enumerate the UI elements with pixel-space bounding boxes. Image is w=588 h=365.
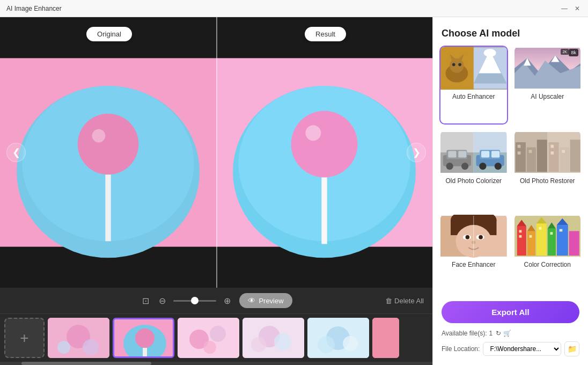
delete-all-button[interactable]: 🗑 Delete All [385,297,424,305]
model-grid: Auto Enhancer [433,46,588,293]
thumbnail-4[interactable] [242,318,304,358]
image-display: ❮ [0,17,432,288]
available-files-count: 1 [489,330,493,337]
image-half-original [0,17,216,288]
folder-icon: 📁 [568,345,577,353]
svg-point-12 [305,125,321,141]
thumbnail-3[interactable] [178,318,239,358]
model-section-title: Choose AI model [442,28,579,39]
refresh-icon[interactable]: ↻ [496,330,501,337]
model-label-face-enhancer: Face Enhancer [440,258,507,272]
model-label-old-photo-restorer: Old Photo Restorer [514,174,581,188]
svg-point-59 [461,163,468,170]
svg-rect-21 [143,348,147,358]
svg-rect-108 [529,235,532,238]
svg-rect-72 [517,144,520,148]
svg-point-29 [251,337,266,352]
svg-rect-96 [527,231,535,256]
preview-button[interactable]: 👁 Preview [239,293,292,308]
svg-point-16 [83,339,99,355]
svg-point-33 [343,336,358,351]
model-image-face-enhancer [440,215,507,258]
file-location-row: File Location: F:\Wondershare... 📁 [442,341,579,356]
split-image [0,17,432,288]
available-files-label: Available file(s): [442,330,487,337]
model-label-old-photo-colorizer: Old Photo Colorizer [440,174,507,188]
svg-rect-65 [491,151,499,157]
image-half-result [216,17,432,288]
svg-point-46 [484,49,496,57]
svg-point-32 [318,336,335,353]
svg-rect-6 [105,174,111,241]
model-image-old-photo-restorer [514,131,581,174]
nav-arrow-left[interactable]: ❮ [6,143,26,162]
svg-point-17 [57,341,70,354]
svg-rect-76 [548,142,558,172]
right-panel-header: Choose AI model [433,17,588,46]
main-content: Original Result ❮ [0,17,588,365]
svg-point-58 [446,163,453,170]
scrollbar-thumb [21,362,151,365]
thumbnail-2[interactable] [113,318,174,358]
title-bar: AI Image Enhancer — ✕ [0,0,588,17]
model-card-old-photo-restorer[interactable]: Old Photo Restorer [513,130,582,209]
file-info-row: Available file(s): 1 ↻ 🛒 [442,330,579,337]
svg-rect-100 [569,231,579,256]
browse-folder-button[interactable]: 📁 [564,341,579,356]
eye-icon: 👁 [248,296,255,305]
thumbnail-partial[interactable] [372,318,399,358]
svg-point-66 [479,163,486,170]
svg-point-25 [203,341,216,354]
thumbnail-5[interactable] [307,318,369,358]
model-card-auto-enhancer[interactable]: Auto Enhancer [439,46,508,125]
close-button[interactable]: ✕ [573,4,582,13]
model-image-ai-upscaler: 8k 2K [514,47,581,90]
svg-point-91 [479,235,483,239]
toolbar-left: ⊡ ⊖ ⊕ [140,294,233,308]
crop-icon[interactable]: ⊡ [140,294,151,308]
toolbar: ⊡ ⊖ ⊕ 👁 Preview 🗑 Delete All [0,288,432,313]
thumbnail-1[interactable] [48,318,109,358]
svg-point-41 [452,63,455,67]
zoom-slider[interactable] [173,300,216,302]
model-image-color-correction [514,215,581,258]
svg-point-38 [450,59,464,73]
svg-point-20 [135,328,155,348]
trash-icon: 🗑 [385,297,392,305]
svg-rect-107 [519,235,521,238]
svg-rect-110 [550,232,553,235]
svg-point-67 [495,163,502,170]
model-label-color-correction: Color Correction [514,258,581,272]
minimize-button[interactable]: — [560,4,569,13]
svg-point-4 [78,114,139,175]
model-card-old-photo-colorizer[interactable]: Old Photo Colorizer [439,130,508,209]
scrollbar[interactable] [0,362,432,365]
model-card-face-enhancer[interactable]: Face Enhancer [439,214,508,293]
model-card-ai-upscaler[interactable]: 8k 2K AI Upscaler [513,46,582,125]
svg-rect-73 [517,151,520,155]
model-image-old-photo-colorizer [440,131,507,174]
export-all-button[interactable]: Export All [442,301,579,323]
file-location-select[interactable]: F:\Wondershare... [483,342,561,356]
model-image-auto-enhancer [440,47,507,90]
svg-rect-64 [481,151,489,157]
svg-point-42 [458,63,461,67]
svg-rect-79 [550,144,554,148]
nav-arrow-right[interactable]: ❯ [407,143,426,162]
file-location-label: File Location: [442,345,480,353]
app-title: AI Image Enhancer [6,5,62,12]
svg-point-28 [274,333,291,351]
image-viewer: Original Result ❮ [0,17,432,288]
window-controls: — ✕ [560,4,582,13]
thumbnail-strip: + [0,313,432,362]
add-image-button[interactable]: + [4,318,45,358]
cart-icon[interactable]: 🛒 [503,330,511,337]
zoom-out-icon[interactable]: ⊖ [157,294,168,308]
model-card-color-correction[interactable]: Color Correction [513,214,582,293]
svg-rect-13 [321,178,327,244]
svg-point-5 [92,129,106,143]
upscaler-quality-badge: 2K [561,49,569,55]
model-label-ai-upscaler: AI Upscaler [514,90,581,104]
zoom-in-icon[interactable]: ⊕ [222,294,233,308]
upscaler-badge: 8k [569,49,578,56]
